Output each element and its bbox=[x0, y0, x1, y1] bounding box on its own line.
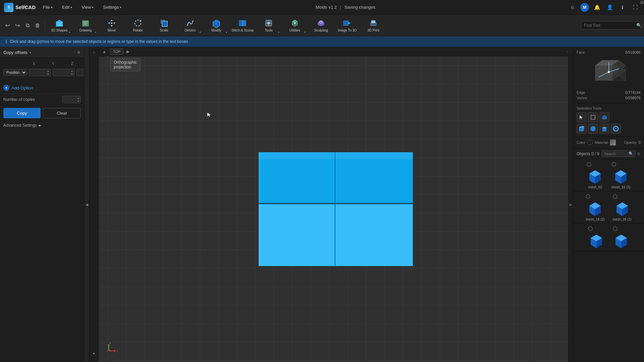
tool-scale[interactable]: Scale bbox=[151, 16, 177, 35]
object-radio-6[interactable] bbox=[613, 226, 618, 231]
user-icon[interactable]: 👤 bbox=[605, 3, 614, 12]
copies-input[interactable]: 1 bbox=[63, 96, 76, 103]
tool-sculpting[interactable]: Sculpting bbox=[308, 16, 334, 35]
undo-button[interactable]: ↩ bbox=[3, 21, 12, 30]
object-cell-1: mesh_62 bbox=[587, 161, 603, 189]
find-tool-box[interactable]: 🔍 bbox=[581, 21, 641, 29]
help-icon[interactable]: ℹ bbox=[618, 3, 627, 12]
fullscreen-icon[interactable]: ⛶ bbox=[631, 3, 640, 12]
vp-home-icon[interactable]: ⌂ bbox=[90, 48, 98, 56]
tool-tools[interactable]: Tools ▾ bbox=[256, 16, 281, 35]
tool-deform[interactable]: Deform ▾ bbox=[177, 16, 203, 35]
material-swatch[interactable] bbox=[610, 139, 616, 145]
objects-header: Objects 0 / 9 🔍 ⚙ bbox=[573, 148, 644, 159]
shape-cylinder-button[interactable] bbox=[599, 124, 609, 134]
svg-marker-8 bbox=[111, 25, 113, 27]
panel-expand-button[interactable]: ◀ bbox=[85, 47, 89, 362]
svg-point-16 bbox=[187, 24, 188, 26]
copies-input-group[interactable]: 1 ▲ ▼ bbox=[62, 96, 81, 103]
add-option-row[interactable]: + Add Option bbox=[0, 82, 84, 94]
z-input[interactable]: 0 bbox=[77, 69, 85, 76]
panel-close-button[interactable]: ✕ bbox=[77, 50, 81, 55]
svg-rect-20 bbox=[239, 20, 243, 26]
share-icon[interactable]: ⎋ bbox=[568, 3, 577, 12]
vp-up-icon[interactable]: ▲ bbox=[101, 48, 108, 55]
3d-shapes-arrow: ▾ bbox=[69, 31, 70, 34]
copies-up-icon[interactable]: ▲ bbox=[76, 97, 80, 100]
drawing-arrow: ▾ bbox=[95, 31, 96, 34]
tool-3d-shapes[interactable]: 3D Shapes ▾ bbox=[47, 16, 72, 35]
projection-label[interactable]: TOP bbox=[110, 49, 123, 55]
menu-settings[interactable]: Settings ▾ bbox=[101, 3, 123, 11]
select-cursor-button[interactable] bbox=[577, 112, 587, 122]
app-logo[interactable]: S SelfCAD bbox=[4, 3, 36, 12]
copies-down-icon[interactable]: ▼ bbox=[76, 100, 80, 103]
shape-torus-button[interactable] bbox=[611, 124, 621, 134]
view-cube-3d[interactable] bbox=[589, 57, 629, 87]
add-option-label: Add Option bbox=[11, 85, 33, 90]
viewport-right-expand[interactable]: ▶ bbox=[568, 47, 573, 362]
bell-icon[interactable]: 🔔 bbox=[592, 3, 602, 12]
delete-button[interactable]: 🗑 bbox=[33, 21, 42, 30]
projection-control[interactable]: TOP Orthographic projection bbox=[110, 49, 123, 55]
object-radio-2[interactable] bbox=[611, 162, 616, 167]
position-select[interactable]: Position bbox=[3, 69, 27, 76]
x-up-icon[interactable]: ▲ bbox=[46, 69, 50, 72]
object-radio-1[interactable] bbox=[587, 162, 591, 167]
selection-tools-row bbox=[577, 112, 641, 122]
objects-search-input[interactable] bbox=[604, 152, 627, 156]
objects-search[interactable]: 🔍 bbox=[602, 150, 636, 157]
x-input-group[interactable]: 0 ▲ ▼ bbox=[29, 69, 51, 76]
tool-rotate[interactable]: Rotate bbox=[125, 16, 151, 35]
object-radio-4[interactable] bbox=[613, 194, 618, 199]
y-down-icon[interactable]: ▼ bbox=[70, 72, 74, 75]
tool-3d-print[interactable]: 3D Print bbox=[361, 16, 386, 35]
mesh16-icon bbox=[588, 232, 605, 249]
objects-settings-icon[interactable]: ⚙ bbox=[637, 152, 641, 156]
mesh16-3-icon bbox=[612, 168, 629, 184]
x-spinners[interactable]: ▲ ▼ bbox=[46, 69, 50, 75]
vp-compass-icon[interactable]: ✦ bbox=[90, 350, 98, 357]
duplicate-button[interactable]: ⧉ bbox=[23, 21, 32, 30]
topbar-right: ⎋ M 🔔 👤 ℹ ⛶ bbox=[568, 3, 640, 12]
tool-image-to-3d[interactable]: Image To 3D bbox=[334, 16, 360, 35]
svg-rect-41 bbox=[335, 152, 413, 203]
menu-view[interactable]: View ▾ bbox=[79, 3, 96, 11]
tool-utilities[interactable]: Utilities ▾ bbox=[282, 16, 308, 35]
menu-edit[interactable]: Edit ▾ bbox=[60, 3, 74, 11]
select-box-button[interactable] bbox=[588, 112, 598, 122]
viewport-content[interactable] bbox=[99, 56, 573, 362]
redo-button[interactable]: ↪ bbox=[13, 21, 22, 30]
select-face-button[interactable] bbox=[599, 112, 609, 122]
viewport[interactable]: ⌂ ✦ ▲ TOP Orthographic projection ▶ ↕ bbox=[89, 47, 573, 362]
y-input-group[interactable]: 0 ▲ ▼ bbox=[53, 69, 74, 76]
vp-expand-icon[interactable]: ↕ bbox=[564, 48, 571, 55]
tool-drawing[interactable]: Drawing ▾ bbox=[73, 16, 98, 35]
advanced-settings-row[interactable]: Advanced Settings ▶ bbox=[0, 121, 84, 130]
copy-button[interactable]: Copy bbox=[3, 108, 41, 118]
find-tool-input[interactable] bbox=[584, 23, 634, 28]
object-radio-5[interactable] bbox=[588, 226, 593, 231]
object-radio-3[interactable] bbox=[586, 194, 590, 199]
x-input[interactable]: 0 bbox=[29, 69, 46, 76]
shape-sphere-button[interactable] bbox=[588, 124, 598, 134]
vp-right-icon[interactable]: ▶ bbox=[124, 48, 131, 55]
m-icon[interactable]: M bbox=[580, 3, 589, 12]
clear-button[interactable]: Clear bbox=[43, 108, 81, 118]
y-spinners[interactable]: ▲ ▼ bbox=[70, 69, 74, 75]
z-input-group[interactable]: 0 ▲ ▼ bbox=[76, 69, 85, 76]
box-select-icon bbox=[590, 115, 596, 120]
shape-cube-button[interactable] bbox=[577, 124, 587, 134]
object-cell-5 bbox=[588, 226, 605, 249]
y-up-icon[interactable]: ▲ bbox=[70, 69, 74, 72]
menu-file[interactable]: File ▾ bbox=[41, 3, 55, 11]
tool-stitch-scoop[interactable]: Stitch & Scoop bbox=[230, 16, 255, 35]
objects-count: Objects 0 / 9 bbox=[577, 152, 599, 156]
y-input[interactable]: 0 bbox=[53, 69, 70, 76]
save-status: Saving changes bbox=[344, 5, 376, 10]
x-down-icon[interactable]: ▼ bbox=[46, 72, 50, 75]
tool-modify[interactable]: Modify ▾ bbox=[204, 16, 229, 35]
copies-spinners[interactable]: ▲ ▼ bbox=[76, 97, 80, 103]
tool-move[interactable]: Move bbox=[99, 16, 124, 35]
color-swatch[interactable] bbox=[587, 140, 593, 145]
